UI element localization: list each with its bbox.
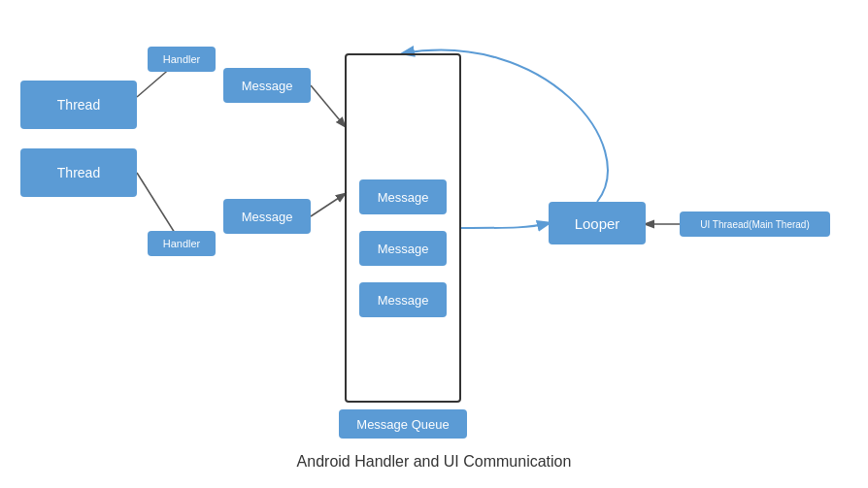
msg-queue1-box: Message xyxy=(359,179,447,214)
message-left2-box: Message xyxy=(223,199,311,234)
handler1-label: Handler xyxy=(163,53,201,65)
thread1-box: Thread xyxy=(20,81,137,129)
looper-box: Looper xyxy=(549,202,646,244)
handler1-box: Handler xyxy=(148,47,216,72)
handler2-box: Handler xyxy=(148,231,216,256)
svg-line-3 xyxy=(311,194,345,216)
looper-label: Looper xyxy=(575,215,620,232)
message-left1-box: Message xyxy=(223,68,311,103)
page-title: Android Handler and UI Communication xyxy=(0,453,868,471)
msg-queue1-label: Message xyxy=(378,190,429,205)
message-left2-label: Message xyxy=(242,210,293,224)
msg-queue3-label: Message xyxy=(378,293,429,308)
message-left1-label: Message xyxy=(242,79,293,93)
thread1-label: Thread xyxy=(57,97,100,113)
msg-queue2-label: Message xyxy=(378,242,429,256)
svg-line-2 xyxy=(311,85,345,126)
thread2-label: Thread xyxy=(57,165,100,180)
queue-label: Message Queue xyxy=(356,417,449,432)
ui-thread-box: UI Thraead(Main Therad) xyxy=(680,211,830,237)
queue-outline-box xyxy=(345,53,461,403)
diagram-container: Thread Thread Handler Handler Message Me… xyxy=(0,0,868,488)
msg-queue2-box: Message xyxy=(359,231,447,266)
handler2-label: Handler xyxy=(163,238,201,249)
msg-queue3-box: Message xyxy=(359,282,447,317)
queue-label-box: Message Queue xyxy=(339,409,467,439)
ui-thread-label: UI Thraead(Main Therad) xyxy=(700,219,809,230)
thread2-box: Thread xyxy=(20,148,137,197)
